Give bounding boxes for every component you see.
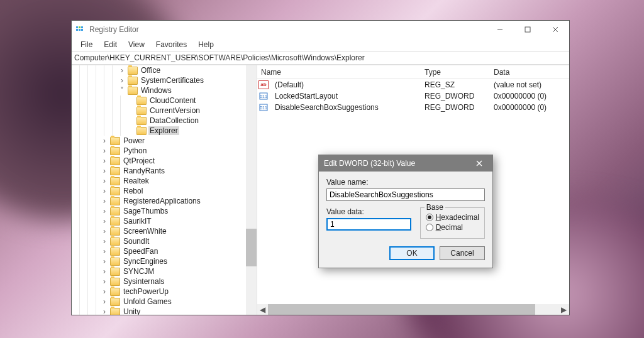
chevron-right-icon[interactable]: › bbox=[101, 247, 108, 256]
dialog-titlebar[interactable]: Edit DWORD (32-bit) Value bbox=[319, 155, 492, 172]
value-data-label: Value data: bbox=[326, 207, 411, 216]
tree-item[interactable]: ›SpeedFan bbox=[72, 246, 257, 256]
tree-item[interactable]: ›SoundIt bbox=[72, 236, 257, 246]
folder-icon bbox=[128, 77, 138, 85]
tree-item[interactable]: ›SYNCJM bbox=[72, 266, 257, 276]
tree-scrollbar-thumb[interactable] bbox=[246, 229, 257, 266]
chevron-right-icon[interactable]: › bbox=[101, 207, 108, 215]
list-hscrollbar[interactable]: ◀ ▶ bbox=[257, 304, 569, 315]
tree-item[interactable]: ›QtProject bbox=[72, 156, 257, 166]
tree-item[interactable]: ›SystemCertificates bbox=[72, 75, 257, 85]
tree-item[interactable]: Explorer bbox=[72, 126, 257, 136]
address-text: Computer\HKEY_CURRENT_USER\SOFTWARE\Poli… bbox=[74, 53, 365, 62]
chevron-right-icon[interactable]: › bbox=[101, 136, 108, 145]
dword-value-icon: 011 bbox=[258, 103, 269, 112]
chevron-right-icon[interactable]: › bbox=[101, 156, 108, 165]
chevron-right-icon[interactable]: › bbox=[101, 227, 108, 236]
folder-icon bbox=[110, 227, 120, 236]
folder-icon bbox=[110, 237, 120, 246]
value-name-input[interactable] bbox=[326, 188, 485, 201]
tree-item[interactable]: ›Python bbox=[72, 146, 257, 156]
chevron-right-icon[interactable]: › bbox=[101, 277, 108, 286]
address-bar[interactable]: Computer\HKEY_CURRENT_USER\SOFTWARE\Poli… bbox=[72, 51, 569, 65]
titlebar[interactable]: Registry Editor bbox=[72, 21, 569, 38]
tree-item-label: Explorer bbox=[148, 126, 179, 135]
list-row[interactable]: ab(Default)REG_SZ(value not set) bbox=[257, 79, 569, 90]
cancel-button[interactable]: Cancel bbox=[440, 246, 485, 260]
radio-dec[interactable]: Decimal bbox=[426, 223, 479, 232]
svg-rect-1 bbox=[79, 26, 80, 28]
chevron-right-icon[interactable]: › bbox=[101, 237, 108, 246]
folder-icon bbox=[110, 278, 120, 286]
close-button[interactable] bbox=[541, 21, 569, 38]
tree-item[interactable]: ›SageThumbs bbox=[72, 206, 257, 216]
tree-scrollbar[interactable] bbox=[246, 65, 257, 315]
folder-icon bbox=[110, 177, 120, 185]
tree-item[interactable]: ›RandyRants bbox=[72, 166, 257, 176]
dialog-close-button[interactable] bbox=[471, 155, 487, 172]
tree-item-label: Unfold Games bbox=[122, 297, 173, 306]
col-name[interactable]: Name bbox=[257, 68, 421, 77]
folder-icon bbox=[110, 197, 120, 205]
menu-favorites[interactable]: Favorites bbox=[151, 39, 192, 50]
tree-item[interactable]: ›Unfold Games bbox=[72, 297, 257, 307]
value-data-input[interactable] bbox=[326, 218, 411, 231]
radio-dec-indicator bbox=[426, 224, 433, 231]
col-data[interactable]: Data bbox=[490, 68, 569, 77]
hscroll-right-icon[interactable]: ▶ bbox=[558, 304, 569, 315]
chevron-right-icon[interactable]: › bbox=[101, 197, 108, 205]
chevron-right-icon[interactable]: › bbox=[118, 76, 126, 85]
chevron-right-icon[interactable]: › bbox=[101, 297, 108, 306]
maximize-button[interactable] bbox=[514, 21, 541, 38]
chevron-down-icon[interactable]: ˅ bbox=[118, 86, 126, 95]
tree-item-label: SpeedFan bbox=[122, 247, 159, 256]
list-row[interactable]: 011LockedStartLayoutREG_DWORD0x00000000 … bbox=[257, 90, 569, 102]
tree-item[interactable]: ›Power bbox=[72, 136, 257, 146]
tree-item[interactable]: ›Rebol bbox=[72, 186, 257, 196]
radio-hex[interactable]: Hexadecimal bbox=[426, 213, 479, 222]
tree-item[interactable]: ›RegisteredApplications bbox=[72, 196, 257, 206]
chevron-right-icon[interactable]: › bbox=[101, 307, 108, 315]
chevron-right-icon[interactable]: › bbox=[101, 217, 108, 226]
key-tree[interactable]: ›Office›SystemCertificates˅WindowsCloudC… bbox=[72, 65, 257, 315]
tree-item-label: CloudContent bbox=[148, 96, 197, 105]
menu-edit[interactable]: Edit bbox=[99, 39, 122, 50]
menu-view[interactable]: View bbox=[123, 39, 150, 50]
tree-item[interactable]: ˅Windows bbox=[72, 85, 257, 95]
tree-item[interactable]: CloudContent bbox=[72, 95, 257, 106]
svg-rect-7 bbox=[525, 27, 530, 32]
tree-item[interactable]: ›SaurikIT bbox=[72, 216, 257, 226]
chevron-right-icon[interactable]: › bbox=[101, 177, 108, 185]
tree-item[interactable]: CurrentVersion bbox=[72, 106, 257, 116]
menu-file[interactable]: File bbox=[75, 39, 97, 50]
chevron-right-icon[interactable]: › bbox=[101, 267, 108, 276]
hscroll-track[interactable] bbox=[268, 304, 558, 315]
tree-item[interactable]: ›techPowerUp bbox=[72, 286, 257, 297]
menu-help[interactable]: Help bbox=[193, 39, 219, 50]
tree-item[interactable]: ›ScreenWhite bbox=[72, 226, 257, 236]
chevron-right-icon[interactable]: › bbox=[101, 166, 108, 175]
tree-item[interactable]: ›SyncEngines bbox=[72, 256, 257, 266]
tree-item[interactable]: ›Office bbox=[72, 65, 257, 75]
tree-item[interactable]: ›Unity bbox=[72, 307, 257, 315]
list-row[interactable]: 011DisableSearchBoxSuggestionsREG_DWORD0… bbox=[257, 102, 569, 113]
col-type[interactable]: Type bbox=[421, 68, 490, 77]
tree-item[interactable]: DataCollection bbox=[72, 116, 257, 126]
svg-text:011: 011 bbox=[260, 94, 267, 99]
chevron-right-icon[interactable]: › bbox=[101, 257, 108, 266]
chevron-right-icon[interactable]: › bbox=[101, 146, 108, 155]
folder-icon bbox=[136, 107, 147, 115]
string-value-icon: ab bbox=[258, 80, 269, 89]
window-title: Registry Editor bbox=[89, 25, 486, 34]
tree-item[interactable]: ›Realtek bbox=[72, 176, 257, 186]
tree-item[interactable]: ›Sysinternals bbox=[72, 276, 257, 286]
svg-rect-5 bbox=[81, 29, 83, 31]
ok-button[interactable]: OK bbox=[389, 246, 435, 260]
chevron-right-icon[interactable]: › bbox=[118, 66, 126, 75]
chevron-right-icon[interactable]: › bbox=[101, 287, 108, 296]
minimize-button[interactable] bbox=[486, 21, 514, 38]
folder-icon bbox=[110, 298, 120, 306]
list-header[interactable]: Name Type Data bbox=[257, 65, 569, 79]
hscroll-left-icon[interactable]: ◀ bbox=[257, 304, 268, 315]
chevron-right-icon[interactable]: › bbox=[101, 187, 108, 195]
